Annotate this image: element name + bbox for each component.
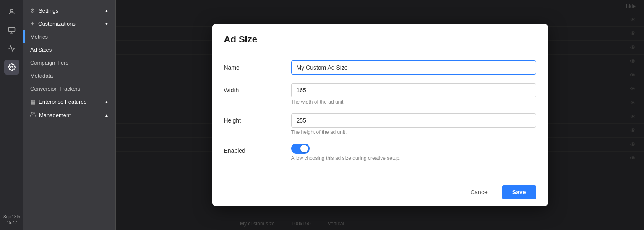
height-field-col: The height of the ad unit. [291,113,536,135]
save-button[interactable]: Save [502,185,536,199]
sidebar-section-settings: ⚙ Settings ▲ ✦ Customizations ▼ Metrics … [23,4,115,95]
enterprise-chevron: ▲ [104,99,109,104]
sidebar-item-enterprise[interactable]: ▦ Enterprise Features ▲ [23,95,115,108]
main-content: hide 👁 👁 👁 👁 👁 👁 👁 👁 👁 👁 👁 My custom siz… [116,0,644,230]
name-input[interactable] [291,60,536,75]
enabled-label-col: Enabled [224,144,291,154]
name-label-col: Name [224,60,291,71]
width-field-col: The width of the ad unit. [291,83,536,105]
management-chevron: ▲ [104,113,109,118]
width-label: Width [224,87,239,94]
width-input[interactable] [291,83,536,97]
enterprise-icon: ▦ [30,99,35,105]
sidebar-item-metadata[interactable]: Metadata [23,69,115,82]
sidebar-icon-person[interactable] [4,4,19,19]
ad-size-modal: Ad Size Name Widt [212,24,548,206]
sidebar-time: Sep 13th 15:47 [0,214,23,226]
svg-point-4 [11,66,13,68]
name-field-col [291,60,536,75]
width-hint: The width of the ad unit. [291,99,536,105]
svg-point-5 [31,112,33,114]
modal-header: Ad Size [212,24,548,52]
height-label-col: Height [224,113,291,124]
toggle-knob [300,145,308,152]
form-row-name: Name [224,60,536,75]
sidebar-item-customizations[interactable]: ✦ Customizations ▼ [23,17,115,30]
settings-icon: ⚙ [30,8,35,14]
sidebar-icon-chart[interactable] [4,41,19,56]
cancel-button[interactable]: Cancel [462,185,497,199]
modal-title: Ad Size [224,34,536,45]
customizations-icon: ✦ [30,21,35,27]
sidebar-item-metrics[interactable]: Metrics [23,30,115,43]
height-hint: The height of the ad unit. [291,129,536,135]
height-label: Height [224,117,241,124]
sidebar-item-settings[interactable]: ⚙ Settings ▲ [23,4,115,17]
background-layout: Sep 13th 15:47 ⚙ Settings ▲ ✦ Customizat… [0,0,644,230]
sidebar-item-conversion-trackers[interactable]: Conversion Trackers [23,82,115,95]
sidebar-icon-monitor[interactable] [4,23,19,38]
sidebar-item-management[interactable]: Management ▲ [23,108,115,122]
form-row-height: Height The height of the ad unit. [224,113,536,135]
svg-point-0 [10,9,13,12]
customizations-chevron: ▼ [104,21,109,26]
sidebar-icons: Sep 13th 15:47 [0,0,23,230]
svg-rect-1 [9,27,15,32]
management-icon [30,112,36,118]
enabled-hint: Allow choosing this ad size during creat… [291,155,536,161]
modal-footer: Cancel Save [212,178,548,206]
active-indicator [23,30,25,43]
settings-chevron: ▲ [104,8,109,13]
name-label: Name [224,64,240,71]
toggle-container [291,144,536,154]
sidebar-item-campaign-tiers[interactable]: Campaign Tiers [23,56,115,69]
form-row-enabled: Enabled Allow choosing this ad size duri… [224,144,536,161]
sidebar-icon-settings[interactable] [4,60,19,75]
secondary-sidebar: ⚙ Settings ▲ ✦ Customizations ▼ Metrics … [23,0,116,230]
width-label-col: Width [224,83,291,94]
modal-body: Name Width The width of the ad [212,52,548,178]
enabled-field-col: Allow choosing this ad size during creat… [291,144,536,161]
enabled-toggle[interactable] [291,144,310,154]
sidebar-item-ad-sizes[interactable]: Ad Sizes [23,43,115,56]
height-input[interactable] [291,113,536,128]
enabled-label: Enabled [224,147,245,154]
form-row-width: Width The width of the ad unit. [224,83,536,105]
modal-overlay: Ad Size Name Widt [116,0,644,230]
